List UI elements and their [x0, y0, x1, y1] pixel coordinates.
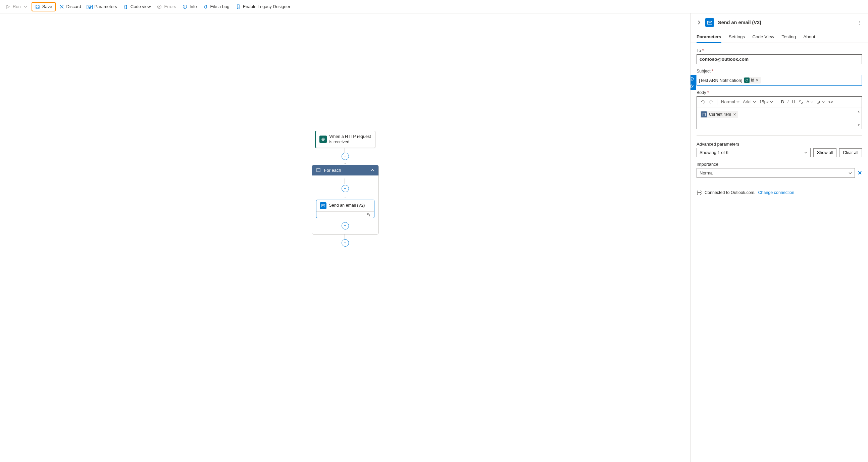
connection-icon	[367, 213, 371, 216]
save-icon	[35, 4, 40, 9]
connection-icon	[696, 191, 702, 194]
change-connection-link[interactable]: Change connection	[758, 190, 794, 195]
tab-testing[interactable]: Testing	[781, 32, 796, 42]
to-field: To * contoso@outlook.com	[696, 48, 862, 64]
add-step-button[interactable]: +	[342, 185, 349, 192]
importance-field: Importance Normal ✕	[696, 162, 862, 178]
style-select[interactable]: Normal	[720, 99, 741, 105]
subject-text: [Test ARN Notification]	[699, 78, 742, 83]
underline-button[interactable]: U	[791, 99, 796, 105]
highlight-button[interactable]	[816, 99, 826, 105]
run-label: Run	[13, 4, 21, 9]
svg-point-8	[746, 79, 748, 82]
body-label: Body *	[696, 90, 862, 95]
subject-field: Subject * fx [Test ARN Notification] id …	[696, 69, 862, 86]
discard-button[interactable]: Discard	[56, 3, 84, 11]
save-button[interactable]: Save	[32, 2, 56, 11]
tab-codeview[interactable]: Code View	[752, 32, 774, 42]
scroll-indicator: ▴▾	[858, 110, 860, 127]
arrow-icon: │	[344, 235, 347, 239]
loop-icon	[316, 168, 321, 173]
run-button[interactable]: Run	[3, 3, 31, 11]
panel-content: To * contoso@outlook.com Subject * fx [T…	[690, 43, 868, 200]
chevron-up-icon[interactable]	[370, 168, 374, 172]
foreach-header[interactable]: For each	[312, 165, 378, 176]
chevron-down-icon	[23, 4, 28, 9]
email-action-label: Send an email (V2)	[329, 203, 365, 208]
legacy-button[interactable]: Enable Legacy Designer	[233, 3, 293, 11]
foreach-node[interactable]: For each │ + ↓ Send an email (V2)	[312, 165, 379, 235]
size-select[interactable]: 15px	[758, 99, 774, 105]
info-label: Info	[190, 4, 197, 9]
divider	[696, 135, 862, 135]
loop-icon	[701, 112, 707, 117]
clear-all-button[interactable]: Clear all	[839, 148, 862, 157]
panel-tabs: Parameters Settings Code View Testing Ab…	[690, 32, 868, 43]
subject-token[interactable]: id ✕	[744, 77, 760, 84]
parameters-label: Parameters	[95, 4, 117, 9]
main-area: When a HTTP request is received │ + ↓ Fo…	[0, 13, 868, 462]
collapse-button[interactable]	[696, 20, 701, 25]
more-menu-button[interactable]: ⋮	[858, 20, 862, 25]
email-action-node[interactable]: Send an email (V2)	[316, 199, 374, 218]
importance-label: Importance	[696, 162, 862, 167]
advanced-select[interactable]: Showing 1 of 6	[696, 148, 811, 157]
expression-button[interactable]: fx	[690, 83, 696, 90]
subject-label: Subject *	[696, 69, 862, 73]
svg-rect-5	[317, 168, 320, 172]
dynamic-content-button[interactable]	[690, 75, 696, 83]
codeview-button[interactable]: <>	[827, 99, 834, 105]
arrow-icon: ↓	[344, 160, 346, 165]
errors-button[interactable]: Errors	[154, 3, 179, 11]
body-editor: Normal Arial 15px B I U A <>	[696, 96, 862, 129]
redo-button[interactable]	[708, 99, 714, 105]
trigger-node[interactable]: When a HTTP request is received	[315, 131, 375, 148]
codeview-button[interactable]: {} Code view	[120, 3, 154, 11]
filebug-button[interactable]: File a bug	[200, 3, 232, 11]
discard-label: Discard	[66, 4, 81, 9]
italic-button[interactable]: I	[786, 99, 790, 105]
tab-parameters[interactable]: Parameters	[696, 32, 721, 42]
body-field: Body * Normal Arial 15px B I U	[696, 90, 862, 129]
legacy-label: Enable Legacy Designer	[243, 4, 290, 9]
tab-about[interactable]: About	[803, 32, 815, 42]
link-button[interactable]	[798, 99, 804, 105]
arrow-icon: ↓	[344, 193, 346, 198]
add-step-button[interactable]: +	[342, 239, 349, 247]
parameters-button[interactable]: [@] Parameters	[85, 3, 120, 11]
font-select[interactable]: Arial	[742, 99, 757, 105]
add-step-button[interactable]: +	[342, 153, 349, 160]
advanced-label: Advanced parameters	[696, 142, 862, 147]
subject-input[interactable]: fx [Test ARN Notification] id ✕	[696, 75, 862, 86]
divider	[696, 184, 862, 184]
arrow-icon: │	[344, 148, 347, 153]
bug-icon	[203, 4, 208, 9]
bold-button[interactable]: B	[780, 99, 785, 105]
add-step-button[interactable]: +	[342, 222, 349, 229]
body-input[interactable]: Current item ✕ ▴▾	[697, 107, 862, 129]
importance-select[interactable]: Normal	[696, 168, 855, 178]
show-all-button[interactable]: Show all	[813, 148, 836, 157]
x-icon	[59, 4, 64, 9]
error-icon	[157, 4, 162, 9]
filebug-label: File a bug	[210, 4, 229, 9]
foreach-body: │ + ↓ Send an email (V2) +	[312, 176, 378, 231]
advanced-parameters: Advanced parameters Showing 1 of 6 Show …	[696, 142, 862, 157]
info-button[interactable]: i Info	[180, 3, 199, 11]
to-input[interactable]: contoso@outlook.com	[696, 54, 862, 64]
token-remove-button[interactable]: ✕	[755, 78, 758, 83]
token-remove-button[interactable]: ✕	[733, 113, 736, 117]
designer-canvas[interactable]: When a HTTP request is received │ + ↓ Fo…	[0, 13, 690, 462]
details-panel: Send an email (V2) ⋮ Parameters Settings…	[690, 13, 868, 462]
foreach-label: For each	[324, 168, 341, 173]
tab-settings[interactable]: Settings	[729, 32, 745, 42]
svg-rect-9	[703, 113, 705, 116]
undo-button[interactable]	[700, 99, 706, 105]
connection-row: Connected to Outlook.com. Change connect…	[696, 190, 862, 195]
fontcolor-button[interactable]: A	[806, 99, 815, 105]
body-token-label: Current item	[709, 112, 731, 117]
arrow-icon: │	[344, 179, 347, 184]
body-token[interactable]: Current item ✕	[700, 111, 738, 118]
token-picker-buttons: fx	[690, 75, 696, 90]
clear-importance-button[interactable]: ✕	[858, 170, 862, 176]
